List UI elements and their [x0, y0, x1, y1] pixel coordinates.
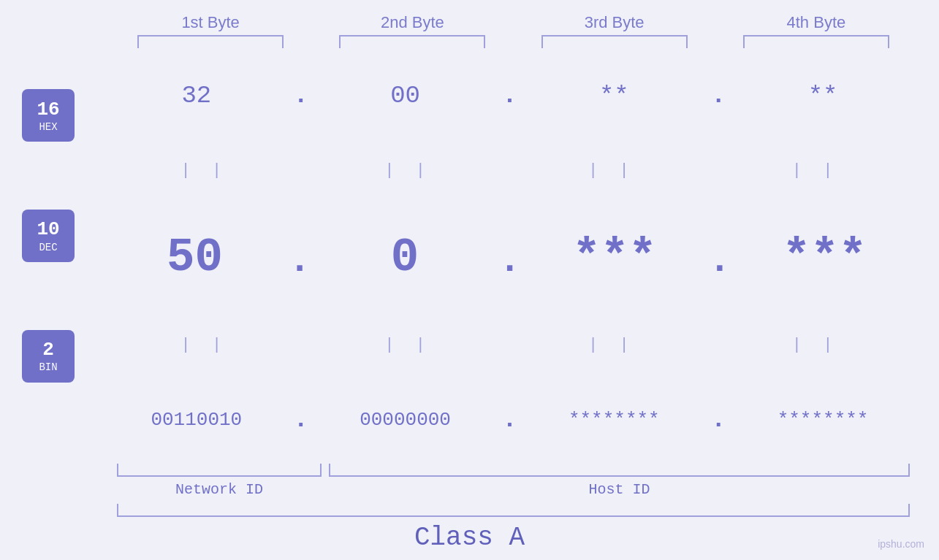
bin-b4: ******** — [731, 409, 914, 431]
main-content: 16 HEX 10 DEC 2 BIN 32 . 00 . ** . ** — [22, 55, 917, 460]
bin-badge-label: BIN — [39, 361, 57, 373]
equals-row-1: | | | | | | | | — [102, 161, 917, 180]
eq2-b1: | | — [113, 336, 295, 354]
eq1-b4: | | — [724, 161, 907, 180]
class-label: Class A — [22, 523, 917, 560]
byte2-header: 2nd Byte — [321, 13, 503, 32]
byte4-header: 4th Byte — [725, 13, 908, 32]
eq2-b3: | | — [520, 336, 703, 354]
dot-bin-2: . — [502, 406, 517, 434]
bracket-1 — [137, 35, 284, 48]
hex-b1: 32 — [105, 82, 288, 110]
dec-b3: *** — [523, 231, 706, 284]
byte-headers: 1st Byte 2nd Byte 3rd Byte 4th Byte — [22, 0, 917, 32]
dot-hex-3: . — [711, 82, 726, 110]
host-bracket — [329, 464, 910, 477]
dec-row: 50 . 0 . *** . *** — [102, 231, 917, 284]
big-bottom-bracket — [117, 504, 910, 517]
dot-dec-2: . — [498, 239, 521, 283]
bracket-4 — [743, 35, 889, 48]
hex-row: 32 . 00 . ** . ** — [102, 82, 917, 110]
id-labels: Network ID Host ID — [22, 481, 917, 498]
bin-b1: 00110010 — [105, 409, 288, 431]
byte1-header: 1st Byte — [119, 13, 302, 32]
bottom-brackets — [22, 464, 917, 477]
bin-badge-num: 2 — [42, 339, 54, 361]
byte3-header: 3rd Byte — [523, 13, 706, 32]
dot-bin-3: . — [711, 406, 726, 434]
bracket-2 — [339, 35, 485, 48]
hex-b2: 00 — [314, 82, 497, 110]
eq1-b2: | | — [316, 161, 499, 180]
data-rows: 32 . 00 . ** . ** | | | | | | | | 50 . 0… — [102, 55, 917, 460]
dec-badge-num: 10 — [37, 218, 59, 241]
host-id-label: Host ID — [329, 481, 910, 498]
main-container: 1st Byte 2nd Byte 3rd Byte 4th Byte 16 H… — [0, 0, 939, 560]
bin-b2: 00000000 — [314, 409, 497, 431]
network-bracket — [117, 464, 322, 477]
dec-b1: 50 — [104, 231, 286, 284]
hex-b3: ** — [522, 82, 705, 110]
equals-row-2: | | | | | | | | — [102, 336, 917, 354]
eq2-b4: | | — [724, 336, 907, 354]
dot-hex-2: . — [502, 82, 517, 110]
hex-b4: ** — [731, 82, 914, 110]
dec-badge: 10 DEC — [22, 210, 75, 262]
bin-b3: ******** — [522, 409, 705, 431]
hex-badge: 16 HEX — [22, 89, 75, 142]
network-id-label: Network ID — [117, 481, 322, 498]
bin-row: 00110010 . 00000000 . ******** . *******… — [102, 406, 917, 434]
badges-column: 16 HEX 10 DEC 2 BIN — [22, 55, 102, 460]
dot-bin-1: . — [294, 406, 308, 434]
bracket-3 — [541, 35, 688, 48]
dec-b4: *** — [733, 231, 916, 284]
dec-badge-label: DEC — [39, 242, 57, 253]
dot-hex-1: . — [294, 82, 308, 110]
dot-dec-1: . — [289, 239, 311, 283]
hex-badge-num: 16 — [37, 99, 59, 121]
eq1-b1: | | — [113, 161, 295, 180]
dot-dec-3: . — [708, 239, 731, 283]
eq1-b3: | | — [520, 161, 703, 180]
hex-badge-label: HEX — [39, 121, 57, 133]
watermark: ipshu.com — [878, 538, 924, 550]
bin-badge: 2 BIN — [22, 330, 75, 383]
eq2-b2: | | — [316, 336, 499, 354]
top-brackets — [22, 35, 917, 48]
dec-b2: 0 — [313, 231, 496, 284]
